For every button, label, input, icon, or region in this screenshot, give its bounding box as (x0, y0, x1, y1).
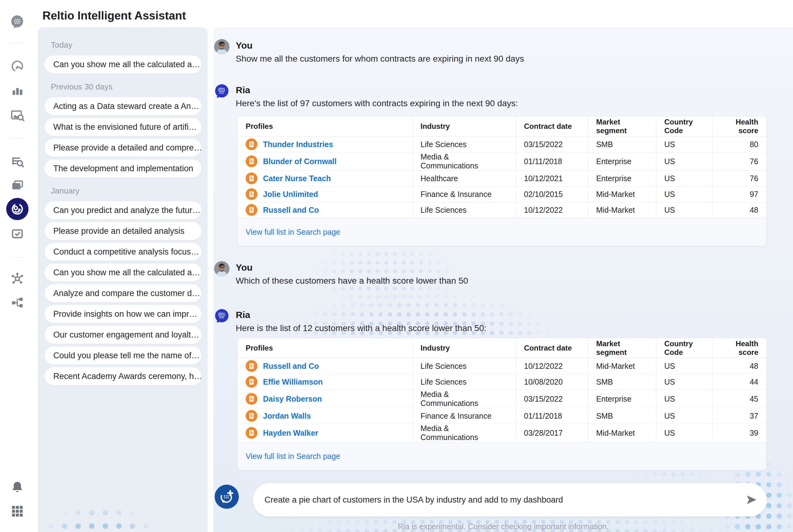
table-row: Effie Williamson Life Sciences 10/08/202… (238, 374, 766, 390)
profile-link[interactable]: Hayden Walker (263, 429, 318, 438)
table-footer: View full list in Search page (238, 442, 766, 470)
history-item[interactable]: Can you show me all the calculated a… (44, 55, 201, 73)
history-item[interactable]: Conduct a competitive analysis focus… (44, 243, 201, 261)
cell-country-code: US (656, 408, 712, 424)
chat-input[interactable] (264, 495, 745, 505)
cell-health-score: 48 (712, 202, 766, 218)
profile-icon (246, 172, 258, 184)
send-icon[interactable] (745, 494, 757, 506)
cell-industry: Healthcare (412, 171, 516, 186)
network-hub-icon[interactable] (10, 271, 24, 286)
history-item[interactable]: Can you show me all the calculated a… (44, 264, 201, 282)
col-header: Market segment (588, 116, 656, 136)
cell-industry: Media & Communications (412, 390, 516, 408)
col-header: Industry (412, 116, 516, 136)
cell-health-score: 80 (712, 136, 766, 152)
profile-link[interactable]: Jordan Walls (263, 412, 311, 420)
dashboard-gauge-icon[interactable] (10, 59, 24, 73)
table-footer: View full list in Search page (238, 218, 766, 246)
cell-health-score: 39 (712, 424, 766, 442)
chat-history-sidebar: Today Can you show me all the calculated… (38, 27, 208, 532)
history-item[interactable]: Analyze and compare the customer d… (44, 284, 201, 302)
profile-icon (246, 204, 258, 216)
cell-health-score: 45 (712, 390, 766, 408)
profile-icon (246, 188, 258, 200)
cell-market-segment: Enterprise (588, 171, 656, 186)
history-item[interactable]: What is the envisioned future of artifi… (44, 118, 201, 136)
cards-stack-icon[interactable] (10, 178, 24, 193)
org-hierarchy-icon[interactable] (10, 296, 24, 310)
cell-contract-date: 10/08/2020 (516, 374, 588, 390)
profile-icon (246, 410, 258, 422)
profile-icon (246, 427, 258, 439)
profile-search-icon[interactable] (10, 155, 24, 169)
new-ria-chat-button[interactable] (215, 484, 239, 509)
image-search-icon[interactable] (10, 108, 24, 122)
customers-table: Profiles Industry Contract date Market s… (238, 116, 766, 218)
tasks-check-icon[interactable] (10, 227, 24, 241)
history-item[interactable]: Please provide a detailed and compre… (44, 139, 201, 157)
message-assistant: Ria Here's the list of 97 customers with… (214, 83, 765, 110)
history-item[interactable]: Provide insights on how we can impr… (44, 305, 201, 323)
history-item[interactable]: The development and implementation (44, 159, 201, 177)
profile-link[interactable]: Cater Nurse Teach (263, 174, 331, 183)
cell-health-score: 76 (712, 171, 766, 186)
history-item[interactable]: Acting as a Data steward create a An… (44, 97, 201, 115)
history-item[interactable]: Could you please tell me the name of… (44, 346, 201, 364)
message-author: Ria (236, 308, 486, 321)
col-header: Country Code (656, 116, 712, 136)
ria-chat-bubble-icon[interactable] (10, 14, 24, 28)
apps-grid-icon[interactable] (10, 504, 24, 518)
notifications-bell-icon[interactable] (10, 480, 24, 495)
view-full-list-link[interactable]: View full list in Search page (246, 228, 340, 236)
sidebar-dot-texture (44, 506, 155, 532)
profile-link[interactable]: Effie Williamson (263, 378, 323, 386)
cell-contract-date: 10/12/2022 (516, 202, 588, 218)
cell-market-segment: Mid-Market (588, 424, 656, 442)
profile-icon (246, 360, 258, 372)
cell-contract-date: 03/15/2022 (516, 390, 588, 408)
cell-industry: Life Sciences (412, 358, 516, 374)
message-author: Ria (236, 83, 518, 97)
profile-link[interactable]: Jolie Unlimited (263, 190, 318, 199)
message-composer (253, 483, 767, 516)
page-title: Reltio Intelligent Assistant (42, 9, 186, 22)
history-item[interactable]: Can you predict and analyze the futur… (44, 201, 201, 219)
cell-market-segment: Mid-Market (588, 202, 656, 218)
history-item[interactable]: Our customer engagement and loyalt… (44, 326, 201, 344)
cell-country-code: US (656, 202, 712, 218)
cell-contract-date: 03/28/2017 (516, 424, 588, 442)
col-header: Health score (712, 338, 766, 358)
profile-link[interactable]: Thunder Industries (263, 140, 333, 149)
profile-link[interactable]: Blunder of Cornwall (263, 157, 337, 166)
profile-link[interactable]: Daisy Roberson (263, 395, 322, 403)
table-row: Daisy Roberson Media & Communications 03… (238, 390, 766, 408)
table-row: Russell and Co Life Sciences 10/12/2022 … (238, 202, 766, 218)
ria-plus-icon (219, 489, 234, 504)
history-section-label: January (51, 186, 201, 196)
ria-active-icon[interactable] (6, 198, 29, 220)
cell-contract-date: 03/15/2022 (516, 136, 588, 152)
cell-industry: Life Sciences (412, 136, 516, 152)
cell-health-score: 37 (712, 408, 766, 424)
cell-contract-date: 10/12/2022 (516, 358, 588, 374)
profile-link[interactable]: Russell and Co (263, 206, 319, 214)
cell-market-segment: Mid-Market (588, 186, 656, 202)
col-header: Industry (412, 338, 516, 358)
history-item[interactable]: Recent Academy Awards ceremony, h… (44, 367, 201, 385)
message-assistant: Ria Here is the list of 12 customers wit… (214, 308, 765, 335)
cell-industry: Finance & Insurance (412, 408, 516, 424)
history-item[interactable]: Please provide an detailed analysis (44, 222, 201, 240)
cell-country-code: US (656, 171, 712, 186)
col-header: Contract date (516, 116, 588, 136)
profile-link[interactable]: Russell and Co (263, 362, 319, 370)
analytics-bars-icon[interactable] (10, 83, 24, 97)
cell-industry: Finance & Insurance (412, 186, 516, 202)
cell-contract-date: 02/10/2015 (516, 186, 588, 202)
ria-avatar (214, 308, 229, 324)
view-full-list-link[interactable]: View full list in Search page (246, 452, 340, 461)
reltio-assistant-screen: Reltio Intelligent Assistant (0, 0, 793, 532)
cell-industry: Media & Communications (412, 152, 516, 171)
cell-country-code: US (656, 424, 712, 442)
message-text: Which of these customers have a health s… (236, 274, 468, 288)
